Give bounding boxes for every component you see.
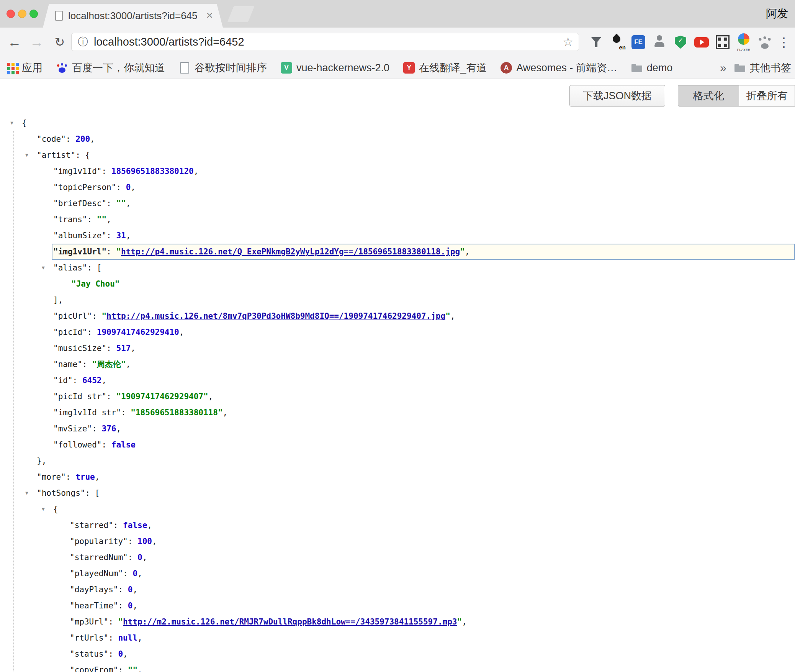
- json-token: "playedNum": [70, 569, 123, 578]
- url-link[interactable]: http://m2.music.126.net/RMJR7wDullRqppBk…: [123, 617, 457, 626]
- json-token: ": [101, 311, 106, 321]
- bookmarks-overflow-chevron[interactable]: »: [720, 61, 726, 74]
- json-token: {: [53, 505, 58, 514]
- json-line: "briefDesc": "",: [0, 195, 795, 211]
- json-token: :: [87, 328, 97, 337]
- json-token: 19097417462929410: [97, 328, 179, 337]
- json-line: "img1v1Id": 18569651883380120,: [0, 163, 795, 179]
- close-window-button[interactable]: [7, 10, 15, 18]
- json-line: "playedNum": 0,: [0, 565, 795, 582]
- omnibox[interactable]: ⓘ localhost:3000/artists?id=6452 ☆: [71, 33, 579, 51]
- json-line: "img1v1Url": "http://p4.music.126.net/Q_…: [52, 244, 795, 260]
- bookmark-favicon-letter: A: [504, 64, 509, 72]
- collapse-toggle-icon[interactable]: ▼: [25, 147, 28, 163]
- json-token: ,: [465, 247, 470, 256]
- json-token: "": [97, 215, 106, 224]
- paw-extension-icon[interactable]: [756, 31, 774, 53]
- json-line: "popularity": 100,: [0, 533, 795, 549]
- json-token: : [: [85, 488, 100, 498]
- json-token: :: [106, 247, 116, 256]
- funnel-extension-icon[interactable]: [587, 31, 605, 53]
- bookmark-item[interactable]: demo: [631, 62, 673, 74]
- download-json-button[interactable]: 下载JSON数据: [569, 85, 665, 107]
- json-token: "hearTime": [70, 601, 118, 610]
- navigation-toolbar: ← → ↻ ⓘ localhost:3000/artists?id=6452 ☆…: [0, 28, 795, 57]
- json-token: ,: [194, 167, 199, 176]
- page-info-icon[interactable]: ⓘ: [78, 33, 88, 51]
- apps-grid-icon: [6, 62, 18, 74]
- player-extension-icon[interactable]: PLAYER: [735, 31, 752, 53]
- bookmark-item[interactable]: 应用: [6, 61, 43, 75]
- json-token: :: [118, 665, 128, 672]
- browser-menu-icon[interactable]: ⋮: [775, 28, 793, 57]
- bookmarks-right: » 其他书签: [720, 57, 791, 79]
- json-line: "code": 200,: [0, 131, 795, 147]
- fe-extension-icon[interactable]: FE: [630, 31, 647, 53]
- json-token: ,: [137, 633, 142, 642]
- url-link[interactable]: http://p4.music.126.net/Q_ExePNkmgB2yWyL…: [121, 247, 460, 256]
- json-token: : [: [87, 263, 102, 272]
- json-token: "Jay Chou": [71, 279, 119, 288]
- url-text[interactable]: localhost:3000/artists?id=6452: [94, 33, 244, 51]
- url-link[interactable]: http://p4.music.126.net/8mv7qP30Pd3oHW8b…: [106, 311, 445, 321]
- profile-person-extension-icon[interactable]: [651, 31, 668, 53]
- collapse-toggle-icon[interactable]: ▼: [42, 501, 45, 517]
- reload-icon[interactable]: ↻: [49, 28, 70, 57]
- json-token: ,: [106, 215, 111, 224]
- json-token: ,: [179, 328, 184, 337]
- folder-icon: [631, 62, 643, 74]
- bookmark-item[interactable]: Vvue-hackernews-2.0: [281, 62, 389, 74]
- page-icon: [179, 62, 190, 74]
- collapse-toggle-icon[interactable]: ▼: [42, 260, 45, 276]
- tab-close-icon[interactable]: ×: [206, 4, 213, 28]
- bookmark-item[interactable]: 百度一下，你就知道: [56, 61, 165, 75]
- json-line: ▼{: [0, 115, 795, 131]
- zoom-window-button[interactable]: [29, 10, 38, 18]
- json-token: :: [113, 521, 123, 530]
- youtube-extension-icon[interactable]: [693, 31, 710, 53]
- profile-name[interactable]: 阿发: [766, 0, 788, 28]
- json-token: "briefDesc": [53, 199, 106, 208]
- bookmark-label: 百度一下，你就知道: [72, 61, 165, 75]
- browser-tab[interactable]: localhost:3000/artists?id=645 ×: [43, 4, 223, 28]
- bookmark-item[interactable]: Y在线翻译_有道: [403, 61, 487, 75]
- json-token: "周杰伦": [92, 360, 126, 369]
- bookmark-label: 在线翻译_有道: [419, 61, 487, 75]
- json-token: "more": [37, 472, 66, 482]
- json-token: ": [118, 617, 123, 626]
- json-token: 31: [116, 231, 126, 240]
- json-token: "picId_str": [53, 392, 106, 401]
- json-line: ▼"hotSongs": [: [0, 485, 795, 501]
- json-token: ,: [462, 617, 467, 626]
- new-tab-button[interactable]: [227, 6, 255, 22]
- collapse-all-button[interactable]: 折叠所有: [739, 85, 795, 107]
- shield-extension-icon[interactable]: [672, 31, 689, 53]
- json-token: :: [82, 360, 92, 369]
- json-line: "followed": false: [0, 437, 795, 453]
- json-token: "mvSize": [53, 424, 92, 433]
- json-token: "picUrl": [53, 311, 92, 321]
- json-line: "hearTime": 0,: [0, 598, 795, 614]
- json-token: :: [92, 311, 101, 321]
- json-token: "": [116, 199, 126, 208]
- json-token: :: [73, 376, 82, 385]
- bookmark-favicon-letter: Y: [407, 64, 411, 72]
- bookmark-item[interactable]: 谷歌按时间排序: [179, 61, 267, 75]
- back-icon[interactable]: ←: [4, 28, 25, 57]
- translate-pen-extension-icon[interactable]: en: [609, 31, 626, 53]
- other-bookmarks-folder[interactable]: 其他书签: [734, 61, 791, 75]
- page-content: 下载JSON数据 格式化 折叠所有 ▼{"code": 200,▼"artist…: [0, 79, 795, 672]
- collapse-toggle-icon[interactable]: ▼: [25, 485, 28, 501]
- json-token: :: [128, 553, 137, 562]
- json-token: "artist": [37, 151, 75, 160]
- collapse-toggle-icon[interactable]: ▼: [10, 115, 13, 131]
- format-button[interactable]: 格式化: [678, 85, 739, 107]
- json-token: ": [445, 311, 450, 321]
- bookmark-star-icon[interactable]: ☆: [563, 33, 573, 51]
- bookmark-item[interactable]: AAwesomes - 前端资…: [501, 61, 617, 75]
- json-line: "status": 0,: [0, 646, 795, 662]
- tab-title: localhost:3000/artists?id=645: [68, 4, 202, 28]
- bookmark-label: Awesomes - 前端资…: [516, 61, 617, 75]
- qr-code-extension-icon[interactable]: [714, 31, 731, 53]
- minimize-window-button[interactable]: [18, 10, 26, 18]
